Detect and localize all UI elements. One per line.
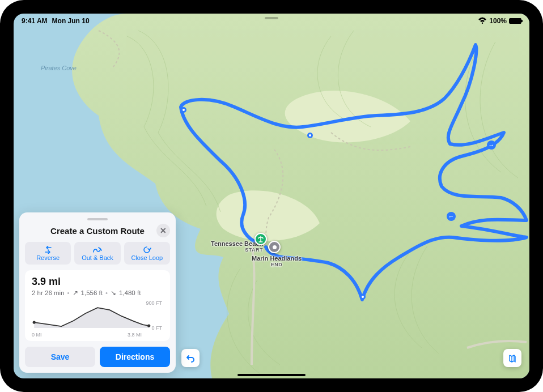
reverse-button[interactable]: Reverse	[25, 242, 71, 265]
route-waypoint[interactable]	[181, 107, 186, 113]
end-tag: END	[252, 262, 302, 267]
route-direction-icon: →	[487, 140, 496, 150]
close-icon: ✕	[160, 226, 167, 235]
route-distance: 3.9 mi	[32, 276, 163, 288]
device-frame: 9:41 AM Mon Jun 10 100%	[0, 0, 543, 392]
water-label-pirates-cove: Pirates Cove	[41, 65, 77, 71]
chart-xtick-max: 3.8 MI	[128, 332, 142, 338]
route-stats: 3.9 mi 2 hr 26 min • ↗ 1,556 ft • ↘ 1,48…	[25, 270, 170, 341]
close-loop-button[interactable]: Close Loop	[124, 242, 170, 265]
out-and-back-label: Out & Back	[82, 254, 113, 261]
out-and-back-icon	[92, 246, 103, 254]
route-descent: 1,480 ft	[119, 289, 141, 296]
descent-icon: ↘	[111, 289, 116, 297]
close-button[interactable]: ✕	[156, 224, 170, 237]
save-label: Save	[51, 352, 70, 361]
chart-ytick-min: 0 FT	[151, 325, 162, 331]
battery-icon	[509, 18, 521, 24]
card-title: Create a Custom Route	[50, 226, 145, 236]
route-waypoint[interactable]	[307, 133, 313, 138]
wifi-icon	[478, 17, 487, 25]
route-end-pin[interactable]	[268, 241, 281, 253]
close-loop-label: Close Loop	[131, 254, 163, 261]
directions-button[interactable]: Directions	[100, 347, 170, 367]
route-card: Create a Custom Route ✕ Reverse Out & Ba	[19, 212, 176, 373]
reverse-label: Reverse	[36, 254, 60, 261]
route-duration: 2 hr 26 min	[32, 289, 65, 296]
save-button[interactable]: Save	[25, 347, 95, 367]
multitask-handle-icon[interactable]	[265, 17, 278, 19]
start-tag: START	[211, 247, 263, 253]
close-loop-icon	[142, 246, 151, 254]
route-waypoint[interactable]	[360, 294, 366, 300]
home-indicator[interactable]	[237, 374, 306, 376]
svg-point-1	[147, 324, 150, 327]
svg-point-0	[33, 321, 36, 323]
elevation-chart: 900 FT 0 FT 0 MI 3.8 MI	[32, 300, 163, 336]
undo-button[interactable]	[181, 349, 200, 367]
chart-xtick-min: 0 MI	[32, 332, 42, 338]
route-start-pin[interactable]	[254, 233, 267, 245]
battery-percent: 100%	[489, 17, 507, 25]
route-direction-icon: ←	[447, 212, 456, 221]
status-time: 9:41 AM	[22, 17, 48, 25]
card-grab-handle-icon[interactable]	[87, 218, 108, 220]
directions-label: Directions	[116, 352, 154, 361]
status-bar: 9:41 AM Mon Jun 10 100%	[14, 14, 529, 26]
out-and-back-button[interactable]: Out & Back	[74, 242, 120, 265]
screen: 9:41 AM Mon Jun 10 100%	[14, 14, 529, 378]
ascent-icon: ↗	[73, 289, 78, 297]
reverse-icon	[44, 246, 53, 254]
route-tools: Reverse Out & Back Close Loop	[25, 242, 170, 265]
chart-ytick-max: 900 FT	[146, 300, 162, 306]
end-label: Marin Headlands END	[252, 255, 302, 267]
status-date: Mon Jun 10	[52, 17, 90, 25]
route-ascent: 1,556 ft	[81, 289, 103, 296]
map-mode-button[interactable]	[503, 349, 521, 367]
